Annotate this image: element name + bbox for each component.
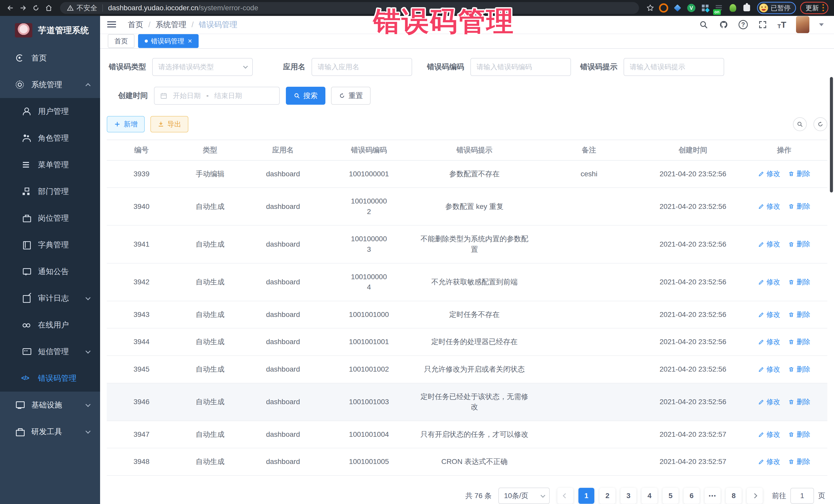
sidebar-item[interactable]: 在线用户 (0, 311, 100, 338)
extension-icon[interactable] (700, 3, 710, 13)
browser-profile-chip[interactable]: 已暂停 (757, 2, 796, 14)
font-size-icon[interactable] (777, 20, 786, 30)
sidebar-item[interactable]: 部门管理 (0, 178, 100, 205)
filter-form-row-1: 错误码类型 请选择错误码类型 应用名 请输入应用名 错误码编码 请输入错误码编码… (107, 58, 827, 76)
page-button[interactable]: 6 (684, 488, 700, 504)
help-icon[interactable]: ? (739, 20, 748, 29)
sidebar-item[interactable]: 短信管理 (0, 338, 100, 365)
goto-page-input[interactable] (790, 488, 814, 504)
search-button[interactable]: 搜索 (286, 87, 325, 105)
error-hint-input[interactable]: 请输入错误码提示 (623, 58, 724, 76)
sidebar-item[interactable]: 角色管理 (0, 125, 100, 151)
address-bar[interactable]: 不安全 dashboard.yudao.iocoder.cn/system/er… (60, 2, 639, 14)
delete-link[interactable]: 删除 (788, 397, 810, 407)
page-button[interactable]: 3 (620, 488, 636, 504)
tab-close-icon[interactable]: × (188, 38, 192, 45)
delete-link[interactable]: 删除 (788, 310, 810, 320)
edit-link[interactable]: 修改 (758, 457, 781, 467)
export-button[interactable]: 导出 (150, 116, 188, 132)
browser-forward-button[interactable] (18, 2, 29, 14)
next-page-button[interactable] (747, 488, 763, 504)
edit-link[interactable]: 修改 (758, 310, 781, 320)
error-type-select[interactable]: 请选择错误码类型 (152, 58, 253, 76)
sidebar-item[interactable]: 审计日志 (0, 285, 100, 311)
tab-home[interactable]: 首页 (108, 34, 134, 48)
page-button[interactable]: ••• (705, 488, 721, 504)
page-button[interactable]: 1 (578, 488, 594, 504)
refresh-table-button[interactable] (813, 117, 827, 131)
edit-link[interactable]: 修改 (758, 169, 781, 179)
browser-reload-button[interactable] (30, 2, 42, 14)
user-avatar[interactable] (796, 16, 809, 33)
browser-back-button[interactable] (5, 2, 16, 14)
breadcrumb-home[interactable]: 首页 (128, 20, 143, 30)
edit-link[interactable]: 修改 (758, 239, 781, 249)
sidebar-item-label: 部门管理 (38, 186, 69, 197)
page-button[interactable]: 2 (599, 488, 615, 504)
sidebar-item[interactable]: 菜单管理 (0, 151, 100, 178)
extension-icon[interactable]: on (714, 3, 724, 13)
sidebar-item-label: 错误码管理 (38, 373, 76, 384)
delete-link[interactable]: 删除 (788, 277, 810, 287)
security-label[interactable]: 不安全 (76, 3, 97, 13)
prev-page-button[interactable] (557, 488, 573, 504)
breadcrumb-system[interactable]: 系统管理 (143, 20, 186, 30)
divider (103, 4, 103, 12)
sidebar-logo-row[interactable]: 芋道管理系统 (0, 16, 100, 45)
kebab-menu-icon[interactable] (822, 4, 824, 12)
avatar-dropdown-caret[interactable] (819, 23, 824, 26)
add-button[interactable]: 新增 (107, 116, 145, 132)
app-name-input[interactable]: 请输入应用名 (311, 58, 412, 76)
sidebar-item-label: 角色管理 (38, 133, 69, 144)
browser-home-button[interactable] (43, 2, 54, 14)
sidebar-item[interactable]: 首页 (0, 45, 100, 71)
delete-link[interactable]: 删除 (788, 365, 810, 374)
scrollbar-thumb[interactable] (830, 77, 833, 193)
delete-link[interactable]: 删除 (788, 337, 810, 347)
show-search-button[interactable] (793, 117, 807, 131)
sidebar-item[interactable]: 字典管理 (0, 232, 100, 258)
delete-link[interactable]: 删除 (788, 457, 810, 467)
reset-button[interactable]: 重置 (331, 87, 371, 105)
sidebar-item-label: 系统管理 (31, 80, 62, 90)
fullscreen-button[interactable] (758, 20, 768, 30)
delete-link[interactable]: 删除 (788, 430, 810, 440)
delete-link[interactable]: 删除 (788, 239, 810, 249)
sidebar-item[interactable]: 岗位管理 (0, 205, 100, 232)
browser-update-button[interactable]: 更新 (800, 2, 828, 14)
page-size-select[interactable]: 10条/页 (498, 487, 550, 504)
edit-link[interactable]: 修改 (758, 337, 781, 347)
sidebar-item[interactable]: 用户管理 (0, 98, 100, 125)
edit-link[interactable]: 修改 (758, 277, 781, 287)
tab-error-code[interactable]: 错误码管理 × (138, 34, 199, 48)
extension-icon[interactable] (658, 3, 669, 13)
extension-icon[interactable] (672, 3, 683, 13)
sidebar-collapse-icon[interactable] (107, 21, 117, 28)
page-number-list: 123456•••8 (578, 488, 742, 504)
sidebar-item[interactable]: 系统管理 (0, 71, 100, 98)
sidebar-item[interactable]: 通知公告 (0, 258, 100, 285)
delete-link[interactable]: 删除 (788, 201, 810, 212)
delete-link[interactable]: 删除 (788, 169, 810, 179)
github-button[interactable] (719, 20, 729, 30)
total-count-label: 共 76 条 (465, 491, 492, 501)
edit-link[interactable]: 修改 (758, 365, 781, 374)
extension-icon[interactable] (727, 3, 738, 13)
search-button[interactable] (699, 20, 709, 30)
bookmark-button[interactable] (644, 2, 656, 14)
sidebar-item[interactable]: 错误码管理 (0, 365, 100, 392)
edit-link[interactable]: 修改 (758, 397, 781, 407)
extensions-puzzle-icon[interactable] (741, 3, 752, 13)
page-button[interactable]: 8 (726, 488, 742, 504)
page-button[interactable]: 5 (663, 488, 679, 504)
extension-icon[interactable] (686, 3, 697, 13)
error-code-input[interactable]: 请输入错误码编码 (470, 58, 571, 76)
edit-link[interactable]: 修改 (758, 201, 781, 212)
app-logo (15, 23, 32, 38)
edit-link[interactable]: 修改 (758, 430, 781, 440)
sidebar-item[interactable]: 研发工具 (0, 418, 100, 445)
sidebar-item[interactable]: 基础设施 (0, 392, 100, 418)
date-range-input[interactable]: 开始日期 - 结束日期 (154, 87, 280, 105)
page-button[interactable]: 4 (641, 488, 657, 504)
app-window: 芋道管理系统 首页 系统管理 用户管理 角色管理 (0, 16, 834, 504)
